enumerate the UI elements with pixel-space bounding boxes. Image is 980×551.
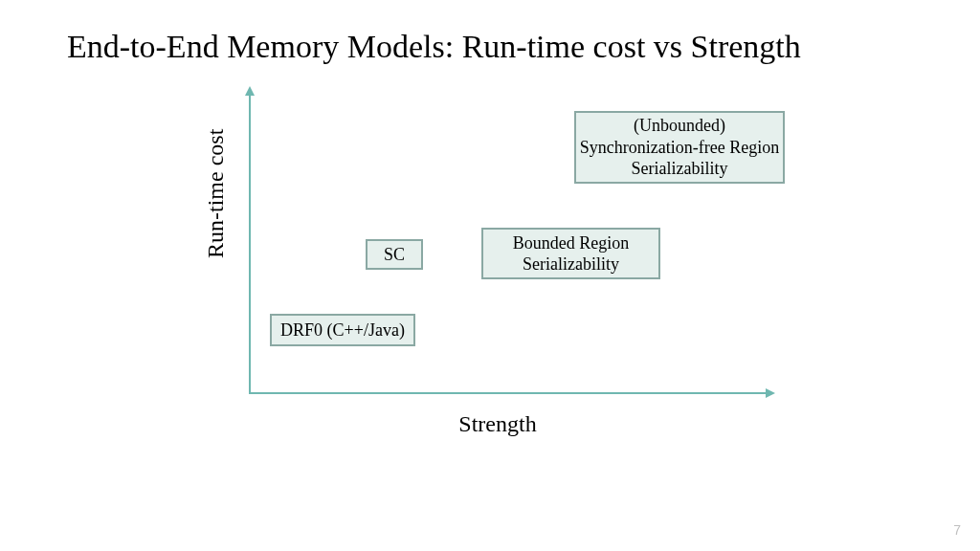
y-axis-label: Run-time cost [203,129,229,258]
point-unbounded: (Unbounded) Synchronization-free Region … [574,111,785,184]
slide: End-to-End Memory Models: Run-time cost … [0,0,980,551]
x-axis [249,392,766,394]
page-number: 7 [953,522,961,538]
y-axis [249,96,251,392]
point-bounded: Bounded Region Serializability [481,228,660,279]
x-axis-label: Strength [220,411,775,437]
point-sc: SC [366,239,423,270]
point-drf0: DRF0 (C++/Java) [270,314,415,346]
page-title: End-to-End Memory Models: Run-time cost … [67,29,801,65]
chart-area: Run-time cost Strength DRF0 (C++/Java) S… [220,96,804,421]
